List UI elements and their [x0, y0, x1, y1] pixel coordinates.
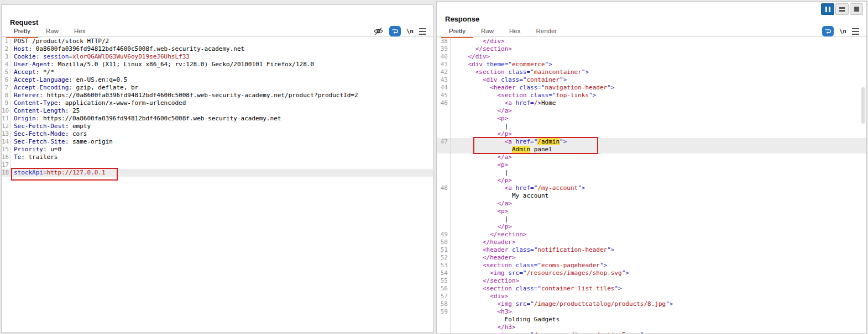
code-row[interactable]: </p> — [437, 223, 866, 231]
line-number: 53 — [437, 262, 451, 269]
line-number: 51 — [437, 246, 451, 254]
code-row[interactable]: </h3> — [437, 324, 866, 331]
code-row[interactable]: 42 <section class="maincontainer"> — [437, 68, 866, 76]
code-row[interactable]: My account — [437, 192, 866, 200]
code-row[interactable]: <p> — [437, 208, 866, 215]
line-number: 48 — [437, 184, 451, 192]
code-row[interactable]: 12Sec-Fetch-Dest: empty — [2, 123, 433, 130]
line-number: 12 — [2, 123, 11, 130]
word-wrap-icon[interactable] — [822, 26, 834, 36]
line-number: 2 — [2, 45, 11, 53]
code-row[interactable]: 45 <section class="top-links"> — [437, 92, 866, 99]
response-tab-separator — [437, 36, 866, 37]
code-row[interactable]: 44 <header class="navigation-header"> — [437, 84, 866, 92]
code-row[interactable]: 13Sec-Fetch-Mode: cors — [2, 130, 433, 138]
newline-toggle[interactable]: \n — [839, 28, 846, 35]
line-number: 9 — [2, 99, 11, 107]
code-row[interactable]: 8Referer: https://0a8600fa0396fd94812bdf… — [2, 92, 433, 99]
code-row[interactable]: 57 <div> — [437, 293, 866, 300]
line-number: 43 — [437, 76, 451, 84]
rows-view-icon[interactable] — [835, 3, 849, 15]
eye-slash-icon[interactable] — [373, 27, 384, 35]
code-row[interactable]: Folding Gadgets — [437, 316, 866, 324]
code-row[interactable]: 59 <h3> — [437, 308, 866, 316]
request-editor[interactable]: 1POST /product/stock HTTP/22Host: 0a8600… — [2, 38, 433, 332]
code-row[interactable]: 18stockApi=http://127.0.0.1 — [2, 169, 433, 177]
code-row[interactable]: 48 <a href="/my-account"> — [437, 184, 866, 192]
response-editor[interactable]: 38 </div>39 </section>40 </div>41 <div t… — [437, 38, 866, 333]
line-number: 11 — [2, 115, 11, 123]
code-row[interactable]: 14Sec-Fetch-Site: same-origin — [2, 138, 433, 146]
code-row[interactable]: </a> — [437, 107, 866, 115]
code-row[interactable]: | — [437, 215, 866, 223]
code-row[interactable]: | — [437, 123, 866, 130]
code-row[interactable]: 11Origin: https://0a8600fa0396fd94812bdf… — [2, 115, 433, 123]
code-row[interactable]: 39 </section> — [437, 45, 866, 53]
code-row[interactable]: 55 </section> — [437, 277, 866, 285]
code-row[interactable]: 16Te: trailers — [2, 153, 433, 161]
line-number: 59 — [437, 308, 451, 316]
response-scrollbar-thumb[interactable] — [861, 87, 865, 124]
line-number — [437, 146, 451, 153]
line-number — [437, 130, 451, 138]
line-number — [437, 200, 451, 208]
code-row[interactable]: 4User-Agent: Mozilla/5.0 (X11; Linux x86… — [2, 61, 433, 68]
code-row[interactable]: </a> — [437, 153, 866, 161]
code-row[interactable]: 52 </header> — [437, 254, 866, 262]
line-number: 57 — [437, 293, 451, 300]
code-row[interactable]: 50 </header> — [437, 238, 866, 246]
code-row[interactable]: <p> — [437, 115, 866, 123]
code-row[interactable]: 38 </div> — [437, 38, 866, 45]
response-panel: Response Pretty Raw Hex Render \n 38 </d… — [436, 1, 867, 334]
code-row[interactable]: 9Content-Type: application/x-www-form-ur… — [2, 99, 433, 107]
line-number: 47 — [437, 138, 451, 146]
code-row[interactable]: | — [437, 169, 866, 177]
editor-menu-icon[interactable] — [852, 28, 859, 35]
code-row[interactable]: </a> — [437, 200, 866, 208]
code-row[interactable]: 6Accept-Language: en-US,en;q=0.5 — [2, 76, 433, 84]
line-number: 8 — [2, 92, 11, 99]
line-number: 7 — [2, 84, 11, 92]
code-row[interactable]: 2Host: 0a8600fa0396fd94812bdf4600c5008f.… — [2, 45, 433, 53]
line-number: 4 — [2, 61, 11, 68]
code-row[interactable]: 43 <div class="container"> — [437, 76, 866, 84]
columns-view-icon[interactable] — [821, 3, 834, 15]
line-number: 44 — [437, 84, 451, 92]
line-number: 38 — [437, 38, 451, 45]
code-row[interactable]: 40 </div> — [437, 53, 866, 61]
code-row[interactable]: 41 <div theme="ecommerce"> — [437, 61, 866, 68]
code-row[interactable]: </p> — [437, 130, 866, 138]
code-row[interactable]: 1POST /product/stock HTTP/2 — [2, 38, 433, 45]
line-number — [437, 153, 451, 161]
code-row[interactable]: 51 <header class="notification-header"> — [437, 246, 866, 254]
line-number — [437, 115, 451, 123]
code-row[interactable]: 17 — [2, 161, 433, 169]
line-number: 41 — [437, 61, 451, 68]
code-row[interactable]: 15Priority: u=0 — [2, 146, 433, 153]
code-row[interactable]: 49 </section> — [437, 231, 866, 238]
code-row[interactable]: 56 <section class="container-list-tiles"… — [437, 285, 866, 293]
code-row[interactable]: 5Accept: */* — [2, 68, 433, 76]
code-row[interactable]: 46 <a href=/>Home — [437, 99, 866, 107]
code-row[interactable]: 3Cookie: session=xlorQGAWlDG3WuV6oyD19se… — [2, 53, 433, 61]
code-row[interactable]: 10Content-Length: 25 — [2, 107, 433, 115]
word-wrap-icon[interactable] — [389, 26, 401, 36]
editor-menu-icon[interactable] — [419, 28, 426, 35]
code-row[interactable]: Admin panel — [437, 146, 866, 153]
line-number: 18 — [2, 169, 11, 177]
code-row[interactable]: 58 <img src="/image/productcatalog/produ… — [437, 300, 866, 308]
line-number — [437, 316, 451, 324]
line-number: 39 — [437, 45, 451, 53]
single-view-icon[interactable] — [850, 3, 863, 15]
code-row[interactable]: </p> — [437, 177, 866, 184]
line-number: 52 — [437, 254, 451, 262]
line-number: 15 — [2, 146, 11, 153]
newline-toggle[interactable]: \n — [406, 28, 414, 35]
code-row[interactable]: <img src="/resources/images/rating5.png"… — [437, 331, 866, 333]
code-row[interactable]: 7Accept-Encoding: gzip, deflate, br — [2, 84, 433, 92]
code-row[interactable]: 54 <img src="/resources/images/shop.svg"… — [437, 269, 866, 277]
code-row[interactable]: <p> — [437, 161, 866, 169]
code-row[interactable]: 53 <section class="ecoms-pageheader"> — [437, 262, 866, 269]
code-row[interactable]: 47 <a href="/admin"> — [437, 138, 866, 146]
layout-controls — [821, 3, 863, 15]
